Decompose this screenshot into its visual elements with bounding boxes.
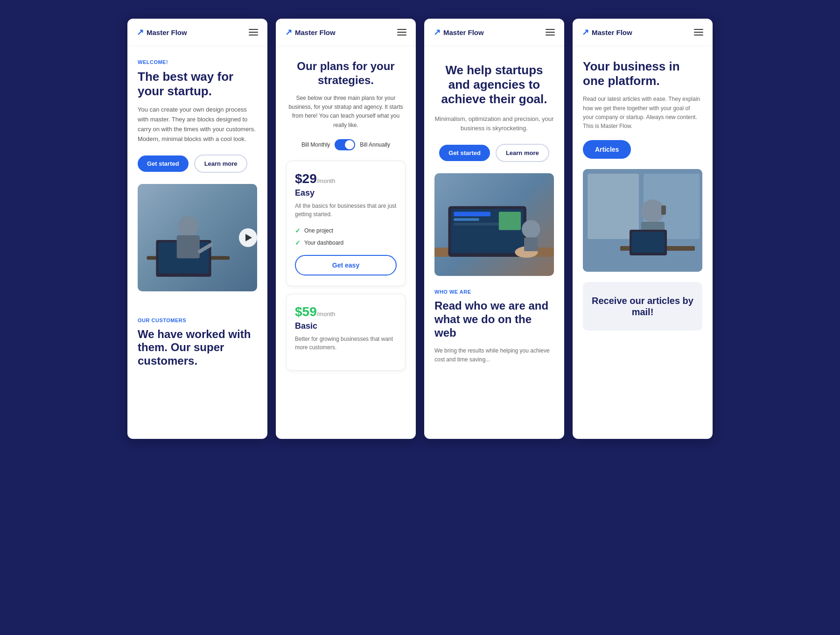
logo-icon-1: ↗	[137, 27, 144, 37]
customers-section: OUR CUSTOMERS We have worked with them. …	[127, 304, 267, 381]
plan-name-basic: Basic	[295, 321, 397, 331]
plan-feature-text-2: Your dashboard	[304, 240, 343, 246]
hamburger-menu-2[interactable]	[397, 29, 406, 35]
hamburger-line	[546, 32, 555, 33]
play-button-1[interactable]	[239, 228, 257, 247]
welcome-label: WELCOME!	[138, 59, 257, 65]
screen-4: ↗ Master Flow Your business in one platf…	[573, 19, 713, 439]
screen1-content: WELCOME! The best way for your startup. …	[127, 46, 267, 304]
get-started-button-3[interactable]: Get started	[439, 145, 490, 161]
screen4-image	[583, 169, 702, 272]
screen2-content: Our plans for your strategies. See below…	[276, 46, 416, 391]
hamburger-line	[249, 29, 258, 30]
hero-image-bg-1	[138, 184, 257, 291]
hamburger-line	[397, 29, 406, 30]
logo-icon-2: ↗	[285, 27, 292, 37]
customers-label: OUR CUSTOMERS	[138, 318, 257, 323]
plan-feature-2: ✓ Your dashboard	[295, 239, 397, 247]
billing-monthly-label: Bill Monthly	[301, 141, 330, 148]
navbar-3: ↗ Master Flow	[424, 19, 564, 46]
play-icon-1	[245, 234, 252, 241]
screen-3: ↗ Master Flow We help startups and agenc…	[424, 19, 564, 439]
brand-name-3: Master Flow	[443, 28, 484, 36]
navbar-1: ↗ Master Flow	[127, 19, 267, 46]
svg-rect-24	[632, 232, 665, 253]
plan-amount-basic: $59	[295, 304, 317, 319]
hamburger-line	[694, 29, 703, 30]
logo-icon-4: ↗	[582, 27, 589, 37]
plan-tagline-easy: All the basics for businesses that are j…	[295, 202, 397, 219]
hamburger-menu-3[interactable]	[546, 29, 555, 35]
hero-desc-1: You can create your own design process w…	[138, 105, 257, 144]
get-started-button-1[interactable]: Get started	[138, 155, 189, 172]
newsletter-card: Receive our articles by mail!	[583, 282, 702, 331]
plan-feature-text-1: One project	[304, 227, 333, 234]
svg-rect-16	[524, 238, 538, 252]
screen-1: ↗ Master Flow WELCOME! The best way for …	[127, 19, 267, 439]
get-easy-button[interactable]: Get easy	[295, 255, 397, 275]
billing-annually-label: Bill Annually	[360, 141, 390, 148]
hamburger-menu-4[interactable]	[694, 29, 703, 35]
logo-3: ↗ Master Flow	[434, 27, 484, 37]
plan-price-easy: $29/month	[295, 171, 397, 186]
brand-name-2: Master Flow	[295, 28, 336, 36]
plan-amount-easy: $29	[295, 171, 317, 186]
plan-feature-1: ✓ One project	[295, 227, 397, 234]
hamburger-line	[249, 32, 258, 33]
learn-more-button-1[interactable]: Learn more	[194, 155, 248, 173]
check-icon-2: ✓	[295, 239, 301, 247]
billing-toggle-switch[interactable]	[335, 139, 355, 150]
newsletter-title: Receive our articles by mail!	[591, 295, 694, 318]
navbar-4: ↗ Master Flow	[573, 19, 713, 46]
plan-card-basic: $59/month Basic Better for growing busin…	[286, 294, 406, 371]
screens-container: ↗ Master Flow WELCOME! The best way for …	[127, 19, 713, 439]
person-illustration-4	[583, 169, 702, 272]
svg-rect-12	[499, 212, 521, 230]
svg-rect-10	[454, 218, 479, 221]
biz-desc: Read our latest articles with ease. They…	[583, 95, 702, 131]
who-we-are-section: WHO WE ARE Read who we are and what we d…	[434, 289, 554, 374]
who-label: WHO WE ARE	[434, 289, 554, 295]
hero3-desc: Minimalism, optimization and precision, …	[434, 114, 554, 134]
screen-2: ↗ Master Flow Our plans for your strateg…	[276, 19, 416, 439]
hamburger-line	[694, 35, 703, 35]
plan-period-easy: /month	[317, 177, 336, 184]
svg-point-3	[178, 216, 198, 236]
plan-price-basic: $59/month	[295, 304, 397, 319]
plan-name-easy: Easy	[295, 188, 397, 198]
person-illustration-1	[138, 191, 239, 284]
svg-rect-25	[661, 205, 666, 215]
navbar-2: ↗ Master Flow	[276, 19, 416, 46]
hamburger-line	[397, 35, 406, 35]
plan-card-easy: $29/month Easy All the basics for busine…	[286, 161, 406, 286]
hamburger-line	[546, 35, 555, 35]
plans-desc: See below our three main plans for your …	[286, 94, 406, 130]
plans-title: Our plans for your strategies.	[286, 59, 406, 87]
screen4-content: Your business in one platform. Read our …	[573, 46, 713, 344]
brand-name-4: Master Flow	[592, 28, 632, 36]
hero-title-1: The best way for your startup.	[138, 70, 257, 99]
svg-point-15	[522, 220, 540, 238]
hamburger-line	[546, 29, 555, 30]
biz-title: Your business in one platform.	[583, 59, 702, 88]
logo-icon-3: ↗	[434, 27, 441, 37]
brand-name-1: Master Flow	[147, 28, 187, 36]
svg-rect-11	[454, 223, 499, 226]
svg-rect-9	[454, 212, 490, 217]
logo-1: ↗ Master Flow	[137, 27, 187, 37]
laptop-illustration-3	[434, 178, 554, 271]
hero-btn-row-1: Get started Learn more	[138, 155, 257, 173]
toggle-knob	[345, 140, 354, 149]
learn-more-button-3[interactable]: Learn more	[496, 144, 549, 162]
hamburger-line	[397, 32, 406, 33]
plan-period-basic: /month	[317, 310, 336, 318]
hero-image-1	[138, 184, 257, 291]
customers-title: We have worked with them. Our super cust…	[138, 328, 257, 368]
articles-button[interactable]: Articles	[583, 140, 631, 159]
hero3-title: We help startups and agencies to achieve…	[434, 63, 554, 107]
check-icon-1: ✓	[295, 227, 301, 234]
logo-2: ↗ Master Flow	[285, 27, 336, 37]
hamburger-menu-1[interactable]	[249, 29, 258, 35]
who-desc: We bring the results while helping you a…	[434, 346, 554, 364]
screen3-image	[434, 173, 554, 276]
